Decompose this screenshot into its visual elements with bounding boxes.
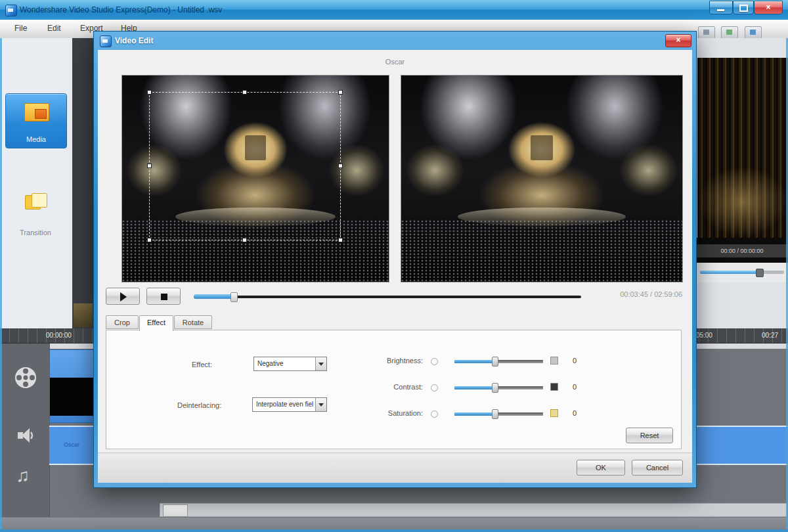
brightness-value: 0 bbox=[573, 357, 577, 365]
effect-tab-panel: Effect: Negative Deinterlacing: Interpol… bbox=[106, 330, 682, 449]
ruler-label: 00:27 bbox=[762, 332, 778, 339]
slider-handle[interactable] bbox=[492, 357, 498, 366]
sidebar-item-transition[interactable]: Transition bbox=[5, 190, 66, 238]
slider-rest bbox=[495, 386, 543, 389]
contrast-min-icon bbox=[431, 384, 438, 391]
clip-label: Oscar bbox=[49, 441, 94, 448]
dialog-close-button[interactable]: × bbox=[665, 34, 691, 47]
ok-button[interactable]: OK bbox=[577, 460, 625, 476]
contrast-row: Contrast: 0 bbox=[356, 380, 605, 395]
sidebar-item-media[interactable]: Media bbox=[5, 93, 67, 148]
preview-slider-row bbox=[696, 263, 788, 282]
slider-fill bbox=[454, 412, 495, 416]
film-reel-icon bbox=[13, 365, 38, 390]
deinterlacing-dropdown-value: Interpolate even field bbox=[256, 401, 313, 408]
app-icon bbox=[5, 5, 17, 16]
slider-fill bbox=[700, 271, 759, 274]
tab-effect[interactable]: Effect bbox=[139, 315, 173, 331]
sidebar: Media Transition bbox=[0, 38, 73, 328]
play-button[interactable] bbox=[106, 288, 140, 305]
dialog-body: Oscar 00:03:45 / 0 bbox=[98, 50, 692, 483]
media-folder-icon bbox=[24, 103, 49, 122]
tab-rotate[interactable]: Rotate bbox=[174, 315, 212, 329]
menu-file[interactable]: File bbox=[14, 24, 27, 33]
slider-handle[interactable] bbox=[492, 409, 498, 419]
preview-video bbox=[697, 58, 788, 238]
crop-handle[interactable] bbox=[338, 238, 343, 242]
crop-handle[interactable] bbox=[147, 238, 152, 242]
crop-handle[interactable] bbox=[147, 164, 152, 168]
timeline-audio-clip[interactable] bbox=[696, 426, 788, 465]
preview-time: 00:00 / 00:00:00 bbox=[696, 244, 788, 257]
timeline-audio-clip[interactable]: Oscar bbox=[49, 426, 94, 465]
scrollbar-thumb[interactable] bbox=[163, 504, 188, 517]
seek-handle[interactable] bbox=[230, 292, 238, 302]
chevron-down-icon[interactable] bbox=[315, 398, 326, 411]
preview-original bbox=[121, 75, 389, 282]
crop-marquee[interactable] bbox=[149, 92, 341, 240]
tab-crop[interactable]: Crop bbox=[106, 315, 139, 329]
crop-handle[interactable] bbox=[147, 90, 152, 95]
saturation-value: 0 bbox=[573, 409, 577, 417]
clip-name: Oscar bbox=[98, 58, 692, 66]
slider-handle[interactable] bbox=[756, 269, 764, 277]
music-note-icon bbox=[16, 465, 30, 486]
toolbar-icon[interactable] bbox=[745, 26, 762, 39]
slider-fill bbox=[454, 360, 495, 363]
transition-icon bbox=[25, 193, 47, 211]
effect-dropdown-value: Negative bbox=[257, 360, 313, 367]
play-icon bbox=[120, 292, 127, 301]
sidebar-item-label: Transition bbox=[5, 229, 66, 236]
deinterlacing-label: Deinterlacing: bbox=[177, 401, 221, 409]
contrast-value: 0 bbox=[573, 383, 577, 391]
brightness-label: Brightness: bbox=[356, 357, 423, 365]
maximize-button[interactable] bbox=[733, 1, 754, 14]
stop-icon bbox=[161, 294, 167, 300]
preview-result bbox=[401, 75, 683, 282]
stage-logo bbox=[531, 135, 553, 160]
toolbar-icon[interactable] bbox=[721, 26, 738, 39]
saturation-label: Saturation: bbox=[356, 409, 423, 417]
preview-volume-slider[interactable] bbox=[700, 271, 784, 274]
preview-divider bbox=[696, 257, 788, 263]
window-border bbox=[0, 529, 788, 532]
crop-handle[interactable] bbox=[242, 90, 247, 95]
sidebar-item-label: Media bbox=[6, 135, 66, 143]
maximize-icon bbox=[739, 5, 748, 12]
contrast-label: Contrast: bbox=[356, 383, 423, 391]
toolbar-icon[interactable] bbox=[698, 26, 715, 39]
window-titlebar: Wondershare Video Studio Express(Demo) -… bbox=[0, 0, 788, 20]
dialog-footer: OK Cancel bbox=[98, 453, 692, 483]
close-button[interactable]: × bbox=[754, 1, 783, 14]
reset-button[interactable]: Reset bbox=[626, 428, 673, 443]
dialog-icon bbox=[100, 35, 112, 47]
ruler-label: 00:00:00 bbox=[46, 332, 72, 339]
slider-rest bbox=[495, 360, 543, 363]
audience-texture bbox=[401, 220, 682, 282]
saturation-row: Saturation: 0 bbox=[356, 407, 605, 421]
minimize-button[interactable] bbox=[709, 1, 733, 14]
menu-edit[interactable]: Edit bbox=[47, 24, 61, 33]
effect-label: Effect: bbox=[192, 361, 212, 368]
effect-dropdown[interactable]: Negative bbox=[253, 357, 327, 371]
contrast-max-icon bbox=[550, 383, 558, 391]
chevron-down-icon[interactable] bbox=[315, 357, 326, 370]
crop-handle[interactable] bbox=[242, 238, 247, 242]
crop-handle[interactable] bbox=[338, 90, 343, 95]
timeline-scrollbar[interactable] bbox=[160, 503, 787, 517]
cancel-button[interactable]: Cancel bbox=[632, 460, 683, 476]
slider-handle[interactable] bbox=[492, 383, 498, 393]
contrast-slider[interactable] bbox=[454, 386, 543, 389]
brightness-row: Brightness: 0 bbox=[356, 354, 605, 368]
saturation-min-icon bbox=[431, 410, 438, 418]
dialog-title: Video Edit bbox=[115, 36, 153, 45]
video-edit-dialog: Video Edit × Oscar bbox=[94, 32, 696, 487]
deinterlacing-dropdown[interactable]: Interpolate even field bbox=[252, 397, 327, 412]
timeline-video-clip[interactable] bbox=[49, 349, 94, 423]
saturation-slider[interactable] bbox=[454, 412, 543, 416]
stop-button[interactable] bbox=[146, 288, 181, 305]
seek-slider[interactable] bbox=[194, 296, 581, 298]
crop-handle[interactable] bbox=[338, 164, 343, 168]
media-thumbnail[interactable] bbox=[74, 303, 93, 327]
brightness-slider[interactable] bbox=[454, 360, 543, 363]
